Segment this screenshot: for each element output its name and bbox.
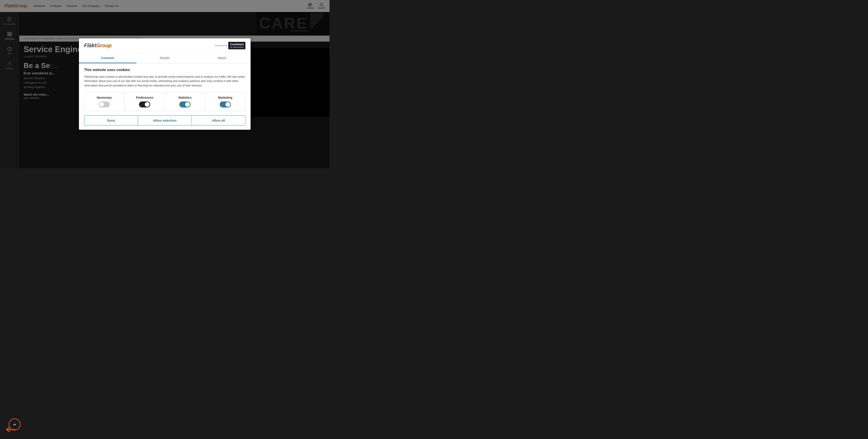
marketing-label: Marketing xyxy=(218,96,232,99)
cookies-title: This website uses cookies xyxy=(84,68,245,72)
marketing-toggle[interactable] xyxy=(220,101,231,107)
modal-body: This website uses cookies FläktGroup use… xyxy=(79,63,251,130)
cookie-modal: FläktGroup Powered by Cookiebot by Userc… xyxy=(79,38,251,130)
tab-about[interactable]: About xyxy=(193,53,251,63)
toggle-statistics: Statistics xyxy=(165,92,205,111)
deny-button[interactable]: Deny xyxy=(84,116,138,125)
cookies-description: FläktGroup uses cookies to personalise c… xyxy=(84,75,245,88)
toggle-thumb-statistics xyxy=(185,102,190,107)
toggle-thumb-necessary xyxy=(99,102,104,107)
toggle-thumb-preferences xyxy=(145,102,150,107)
modal-actions: Deny Allow selection Allow all xyxy=(84,115,245,125)
modal-header: FläktGroup Powered by Cookiebot by Userc… xyxy=(79,38,251,53)
preferences-toggle[interactable] xyxy=(139,101,150,107)
toggles-section: Necessary Preferences Statistics xyxy=(84,92,245,111)
necessary-label: Necessary xyxy=(97,96,112,99)
statistics-toggle[interactable] xyxy=(179,101,190,107)
toggle-thumb-marketing xyxy=(225,102,230,107)
allow-all-button[interactable]: Allow all xyxy=(192,116,245,125)
cookiebot-sub: by Usercentrics xyxy=(230,46,244,49)
toggle-preferences: Preferences xyxy=(125,92,165,111)
modal-tabs: Consent Details About xyxy=(79,53,251,63)
powered-by: Powered by Cookiebot by Usercentrics xyxy=(215,42,245,49)
allow-selection-button[interactable]: Allow selection xyxy=(138,116,192,125)
cookie-overlay: FläktGroup Powered by Cookiebot by Userc… xyxy=(0,0,330,168)
toggle-necessary: Necessary xyxy=(84,92,125,111)
tab-consent[interactable]: Consent xyxy=(79,53,136,63)
modal-logo: FläktGroup xyxy=(84,42,112,49)
necessary-toggle[interactable] xyxy=(99,101,110,107)
statistics-label: Statistics xyxy=(178,96,192,99)
preferences-label: Preferences xyxy=(136,96,153,99)
tab-details[interactable]: Details xyxy=(136,53,193,63)
toggle-marketing: Marketing xyxy=(205,92,245,111)
cookiebot-label: Cookiebot xyxy=(230,43,244,46)
